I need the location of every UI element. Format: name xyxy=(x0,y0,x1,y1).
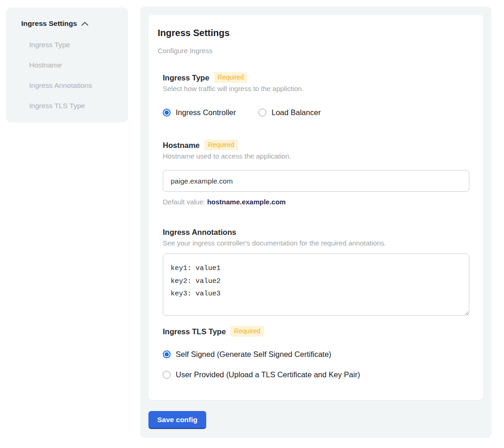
radio-unselected-icon[interactable] xyxy=(258,109,266,117)
section-ingress-tls-type: Ingress TLS Type Required Self Signed (G… xyxy=(163,326,468,379)
radio-self-signed[interactable]: Self Signed (Generate Self Signed Certif… xyxy=(163,350,468,359)
radio-load-balancer-label: Load Balancer xyxy=(271,108,320,117)
radio-selected-icon[interactable] xyxy=(163,350,171,358)
sidebar-item-ingress-type[interactable]: Ingress Type xyxy=(29,41,119,49)
ingress-type-description: Select how traffic will ingress to the a… xyxy=(163,84,468,93)
radio-user-provided[interactable]: User Provided (Upload a TLS Certificate … xyxy=(163,370,468,379)
default-value-text: hostname.example.com xyxy=(207,198,286,206)
page-subtitle: Configure Ingress xyxy=(158,47,468,55)
radio-load-balancer[interactable]: Load Balancer xyxy=(258,108,320,117)
sidebar-section-title: Ingress Settings xyxy=(21,19,77,28)
section-ingress-type: Ingress Type Required Select how traffic… xyxy=(163,72,468,117)
radio-ingress-controller-label: Ingress Controller xyxy=(176,108,236,117)
page-title: Ingress Settings xyxy=(158,27,468,39)
radio-unselected-icon[interactable] xyxy=(163,371,171,379)
sidebar-item-hostname[interactable]: Hostname xyxy=(29,61,119,69)
required-badge: Required xyxy=(230,326,264,337)
default-value-label: Default value: xyxy=(163,198,207,206)
ingress-type-heading: Ingress Type xyxy=(163,73,209,83)
radio-self-signed-label: Self Signed (Generate Self Signed Certif… xyxy=(176,350,332,359)
settings-sidebar: Ingress Settings Ingress Type Hostname I… xyxy=(6,7,128,123)
sidebar-item-ingress-annotations[interactable]: Ingress Annotations xyxy=(29,81,119,90)
section-hostname: Hostname Required Hostname used to acces… xyxy=(163,140,468,206)
hostname-heading: Hostname xyxy=(163,140,200,150)
hostname-input[interactable] xyxy=(163,170,469,192)
ingress-tls-radio-group: Self Signed (Generate Self Signed Certif… xyxy=(163,350,468,379)
chevron-up-icon xyxy=(81,19,88,28)
hostname-description: Hostname used to access the application. xyxy=(163,152,468,160)
radio-selected-icon[interactable] xyxy=(163,109,171,117)
ingress-settings-panel: Ingress Settings Configure Ingress Ingre… xyxy=(140,6,492,438)
sidebar-item-ingress-tls-type[interactable]: Ingress TLS Type xyxy=(29,102,119,110)
required-badge: Required xyxy=(204,140,238,150)
ingress-tls-type-heading: Ingress TLS Type xyxy=(163,326,226,337)
ingress-annotations-textarea[interactable]: key1: value1 key2: value2 key3: value3 xyxy=(163,253,469,316)
radio-user-provided-label: User Provided (Upload a TLS Certificate … xyxy=(176,370,360,379)
hostname-default-line: Default value: hostname.example.com xyxy=(163,198,468,206)
form-sections: Ingress Type Required Select how traffic… xyxy=(163,72,468,379)
save-config-button[interactable]: Save config xyxy=(148,411,206,429)
required-badge: Required xyxy=(214,72,248,83)
sidebar-section-toggle[interactable]: Ingress Settings xyxy=(21,19,119,28)
ingress-annotations-description: See your ingress controller's documentat… xyxy=(163,239,468,247)
ingress-annotations-heading: Ingress Annotations xyxy=(163,227,236,237)
radio-ingress-controller[interactable]: Ingress Controller xyxy=(163,108,236,117)
ingress-settings-card: Ingress Settings Configure Ingress Ingre… xyxy=(148,15,483,400)
section-ingress-annotations: Ingress Annotations See your ingress con… xyxy=(163,227,468,316)
sidebar-item-list: Ingress Type Hostname Ingress Annotation… xyxy=(29,41,119,110)
ingress-type-radio-group: Ingress Controller Load Balancer xyxy=(163,108,468,117)
